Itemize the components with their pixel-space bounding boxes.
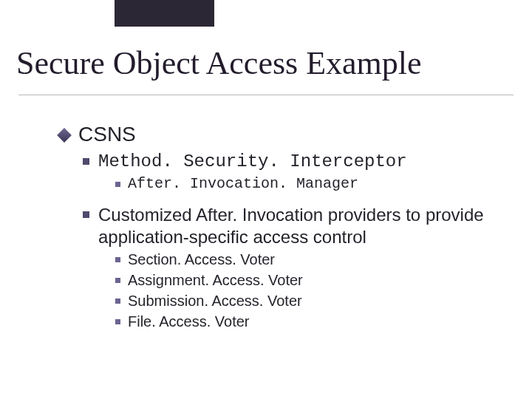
bullet-level2: Method. Security. Interceptor xyxy=(83,151,510,173)
bullet-level3: Submission. Access. Voter xyxy=(115,291,510,310)
bullet-level3: Assignment. Access. Voter xyxy=(115,270,510,290)
bullet1-text: CSNS xyxy=(78,123,136,146)
bullet3-text: Submission. Access. Voter xyxy=(128,291,302,310)
bullet-level2: Customized After. Invocation providers t… xyxy=(83,204,510,248)
dot-icon xyxy=(115,319,120,324)
square-icon xyxy=(83,158,89,165)
square-icon xyxy=(83,211,89,218)
bullet3-text: File. Access. Voter xyxy=(128,312,250,331)
bullet-level1: CSNS xyxy=(59,123,510,146)
bullet2-text: Customized After. Invocation providers t… xyxy=(98,204,510,248)
dot-icon xyxy=(115,299,120,304)
bullet3-text: After. Invocation. Manager xyxy=(128,174,358,194)
bullet-level3: File. Access. Voter xyxy=(115,312,510,331)
header-accent-bar xyxy=(115,0,214,27)
dot-icon xyxy=(115,278,120,283)
bullet-level3: After. Invocation. Manager xyxy=(115,174,510,194)
dot-icon xyxy=(115,257,120,262)
slide: Secure Object Access Example CSNS Method… xyxy=(0,0,532,399)
bullet-level3: Section. Access. Voter xyxy=(115,250,510,269)
slide-title: Secure Object Access Example xyxy=(16,44,532,82)
bullet2-text: Method. Security. Interceptor xyxy=(98,151,510,173)
diamond-icon xyxy=(57,128,72,143)
slide-content: CSNS Method. Security. Interceptor After… xyxy=(0,123,532,331)
bullet3-text: Section. Access. Voter xyxy=(128,250,275,269)
title-underline xyxy=(18,95,514,95)
dot-icon xyxy=(115,182,120,187)
bullet3-text: Assignment. Access. Voter xyxy=(128,270,303,290)
